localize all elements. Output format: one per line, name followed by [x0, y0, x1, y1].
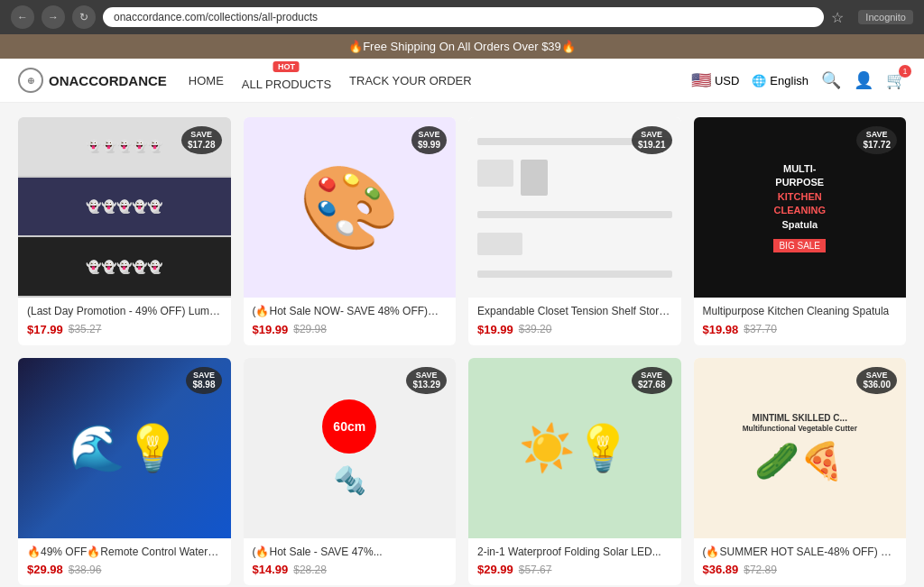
product-card[interactable]: ☀️💡 SAVE $27.68 2-in-1 Waterproof Foldin…: [468, 358, 681, 586]
product-card[interactable]: 🎨 SAVE $9.99 (🔥Hot Sale NOW- SAVE 48% OF…: [244, 117, 457, 345]
currency-label: USD: [715, 74, 739, 87]
product-title: (Last Day Promotion - 49% OFF) Luminous.…: [27, 305, 222, 319]
price-current: $17.99: [27, 323, 63, 336]
announcement-bar: 🔥Free Shipping On All Orders Over $39🔥: [0, 34, 924, 59]
price-row: $19.98 $37.70: [703, 323, 898, 336]
pool-visual: 🌊💡: [69, 422, 180, 474]
nav-all-products[interactable]: HOT ALL PRODUCTS: [242, 70, 331, 91]
url-bar[interactable]: onaccordance.com/collections/all-product…: [103, 7, 824, 27]
nav-track-order-label: TRACK YOUR ORDER: [349, 74, 472, 87]
account-button[interactable]: 👤: [854, 70, 873, 90]
cart-button[interactable]: 🛒 1: [886, 70, 906, 90]
save-badge: SAVE $9.99: [411, 126, 447, 154]
cart-count: 1: [899, 65, 911, 78]
product-card[interactable]: SAVE $19.21 Expandable Closet Tension Sh…: [468, 117, 681, 345]
product-info: 2-in-1 Waterproof Folding Solar LED... $…: [468, 538, 681, 586]
product-title: (🔥SUMMER HOT SALE-48% OFF) Kitche...: [703, 546, 898, 560]
price-current: $36.89: [703, 563, 739, 576]
product-card[interactable]: 🌊💡 SAVE $8.98 🔥49% OFF🔥Remote Control Wa…: [18, 358, 231, 586]
save-badge: SAVE $19.21: [632, 126, 672, 154]
cutter-brand-text: MINTIML SKILLED C...Multifunctional Vege…: [743, 413, 857, 433]
logo-text: ONACCORDANCE: [49, 73, 167, 88]
logo-link[interactable]: ⊕ ONACCORDANCE: [18, 68, 167, 93]
search-button[interactable]: 🔍: [821, 70, 841, 90]
cube-visual: 🎨: [299, 161, 400, 255]
price-current: $19.99: [253, 323, 289, 336]
product-info: (Last Day Promotion - 49% OFF) Luminous.…: [18, 298, 231, 345]
price-original: $35.27: [69, 323, 102, 335]
product-visual-dark: 👻👻👻👻👻: [86, 260, 162, 274]
shelf-visual: [477, 211, 672, 218]
shelf-item: [521, 160, 548, 196]
hot-badge: HOT: [273, 61, 300, 72]
product-title: 🔥49% OFF🔥Remote Control Waterproo...: [27, 546, 222, 560]
nav-track-order[interactable]: TRACK YOUR ORDER: [349, 74, 472, 87]
drain-visual: 60cm: [322, 399, 376, 454]
price-original: $72.89: [744, 564, 777, 576]
price-row: $36.89 $72.89: [703, 563, 898, 576]
announcement-text: 🔥Free Shipping On All Orders Over $39🔥: [348, 40, 576, 53]
save-badge: SAVE $27.68: [632, 367, 672, 395]
price-original: $57.67: [519, 564, 552, 576]
language-label: English: [770, 74, 808, 87]
price-original: $38.96: [69, 564, 102, 576]
product-info: Expandable Closet Tension Shelf Storage.…: [468, 298, 681, 345]
price-original: $29.98: [293, 323, 327, 335]
main-content: 👻👻👻👻👻 👻👻👻👻👻 👻👻👻👻👻 SAVE $17.28 (Last Day …: [0, 103, 924, 587]
nav-home[interactable]: HOME: [189, 74, 224, 87]
product-card[interactable]: MINTIML SKILLED C...Multifunctional Vege…: [694, 358, 907, 586]
save-badge: SAVE $8.98: [186, 367, 221, 395]
flag-icon: 🇺🇸: [691, 70, 711, 90]
star-icon: ☆: [831, 9, 844, 26]
price-current: $14.99: [253, 563, 289, 576]
product-title: (🔥Hot Sale - SAVE 47%...: [253, 546, 448, 560]
product-visual: 👻👻👻👻👻: [86, 139, 162, 153]
kitchen-visual: MULTI-PURPOSEKITCHENCLEANINGSpatula: [774, 162, 826, 232]
price-row: $29.99 $57.67: [477, 563, 672, 576]
globe-icon: 🌐: [752, 74, 766, 87]
shelf-visual: [477, 271, 672, 278]
product-grid: 👻👻👻👻👻 👻👻👻👻👻 👻👻👻👻👻 SAVE $17.28 (Last Day …: [18, 117, 906, 585]
language-selector[interactable]: 🌐 English: [752, 74, 808, 87]
url-text: onaccordance.com/collections/all-product…: [114, 11, 813, 23]
nav-all-products-label: ALL PRODUCTS: [242, 78, 331, 91]
save-badge: SAVE $17.28: [181, 126, 222, 154]
incognito-badge: Incognito: [858, 10, 913, 24]
product-title: (🔥Hot Sale NOW- SAVE 48% OFF)Magic...: [253, 305, 448, 319]
price-current: $29.99: [477, 563, 513, 576]
back-button[interactable]: ←: [11, 5, 34, 29]
price-current: $19.99: [477, 323, 513, 336]
product-info: 🔥49% OFF🔥Remote Control Waterproo... $29…: [18, 538, 231, 586]
save-badge: SAVE $36.00: [856, 367, 897, 395]
price-original: $37.70: [744, 323, 777, 335]
reload-button[interactable]: ↻: [72, 5, 96, 29]
product-card[interactable]: MULTI-PURPOSEKITCHENCLEANINGSpatula BIG …: [694, 117, 907, 345]
price-row: $19.99 $29.98: [253, 323, 448, 336]
product-title: Expandable Closet Tension Shelf Storage.…: [477, 305, 672, 319]
product-card[interactable]: 60cm 🔩 SAVE $13.29 (🔥Hot Sale - SAVE 47%…: [244, 358, 457, 586]
product-info: (🔥Hot Sale NOW- SAVE 48% OFF)Magic... $1…: [244, 298, 457, 345]
forward-button[interactable]: →: [42, 5, 65, 29]
shelf-item: [477, 233, 522, 255]
product-info: Multipurpose Kitchen Cleaning Spatula $1…: [694, 298, 907, 345]
save-badge: SAVE $13.29: [406, 367, 447, 395]
price-current: $29.98: [27, 563, 63, 576]
browser-chrome: ← → ↻ onaccordance.com/collections/all-p…: [0, 0, 924, 34]
product-info: (🔥SUMMER HOT SALE-48% OFF) Kitche... $36…: [694, 538, 907, 586]
nav-home-label: HOME: [189, 74, 224, 87]
price-current: $19.98: [703, 323, 739, 336]
product-card[interactable]: 👻👻👻👻👻 👻👻👻👻👻 👻👻👻👻👻 SAVE $17.28 (Last Day …: [18, 117, 231, 345]
save-badge: SAVE $17.72: [856, 126, 897, 154]
price-row: $29.98 $38.96: [27, 563, 222, 576]
header-right: 🇺🇸 USD 🌐 English 🔍 👤 🛒 1: [691, 70, 906, 90]
product-visual-glow: 👻👻👻👻👻: [86, 199, 162, 214]
currency-selector[interactable]: 🇺🇸 USD: [691, 70, 739, 90]
product-title: Multipurpose Kitchen Cleaning Spatula: [703, 305, 898, 319]
price-original: $39.20: [519, 323, 552, 335]
price-original: $28.28: [293, 564, 327, 576]
product-info: (🔥Hot Sale - SAVE 47%... $14.99 $28.28: [244, 538, 457, 586]
site-header: ⊕ ONACCORDANCE HOME HOT ALL PRODUCTS TRA…: [0, 59, 924, 103]
price-row: $19.99 $39.20: [477, 323, 672, 336]
product-title: 2-in-1 Waterproof Folding Solar LED...: [477, 546, 672, 560]
drain-icon: 🔩: [333, 464, 366, 496]
